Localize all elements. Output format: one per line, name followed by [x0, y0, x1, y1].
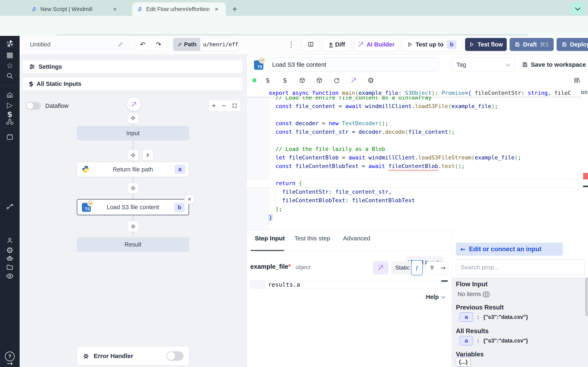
code-line[interactable]: const decoder = new TextDecoder();	[247, 119, 582, 128]
reload-icon[interactable]	[332, 76, 341, 84]
sidebar-item-folders[interactable]	[0, 263, 20, 271]
add-trigger-button[interactable]	[142, 150, 153, 161]
code-line[interactable]: let fileContentBlob = await windmillClie…	[247, 153, 582, 162]
undo-button[interactable]: ↶	[135, 38, 151, 51]
tab-close-icon[interactable]: ×	[113, 6, 117, 13]
more-options-icon[interactable]: ⋮	[287, 38, 296, 51]
tab-step-input[interactable]: Step Input	[255, 235, 285, 242]
save-to-workspace-button[interactable]: Save to workspace	[522, 59, 586, 70]
connect-input-group[interactable]: →	[426, 261, 448, 274]
javascript-expression-button[interactable]: ƒ	[411, 260, 423, 275]
variables-dollar-icon[interactable]: $	[281, 76, 289, 84]
step-name-field[interactable]	[268, 58, 439, 72]
tab-test-this-step[interactable]: Test this step	[294, 235, 330, 242]
sidebar-item-schedules[interactable]	[0, 133, 20, 141]
sidebar-item-settings[interactable]: ⚙	[0, 245, 20, 255]
collapse-sidebar-icon[interactable]: →	[0, 359, 20, 367]
all-results-badge[interactable]: a	[459, 336, 473, 345]
zoom-in-button[interactable]: +	[212, 102, 216, 109]
sidebar-item-users[interactable]	[0, 237, 20, 244]
remove-step-button[interactable]: ×	[184, 194, 195, 204]
add-step-button[interactable]	[128, 183, 139, 194]
flow-node-step-a[interactable]: Return file path a	[77, 162, 189, 177]
test-up-to-button[interactable]: Test up to b	[401, 38, 462, 51]
flow-node-input[interactable]: Input	[77, 126, 189, 140]
code-line[interactable]	[247, 110, 582, 119]
edit-or-connect-header[interactable]: ← Edit or connect an input	[456, 243, 563, 256]
flow-settings-button[interactable]: Settings	[22, 60, 243, 73]
tab-close-icon[interactable]: ×	[215, 6, 218, 13]
variables-badge[interactable]: {...}	[456, 357, 471, 367]
error-handler-card[interactable]: Error Handler	[77, 347, 189, 365]
sidebar-item-workers[interactable]	[0, 254, 20, 262]
add-step-button[interactable]	[128, 150, 139, 161]
deploy-button[interactable]: Deploy	[557, 38, 588, 51]
add-step-button[interactable]	[128, 113, 139, 124]
flow-name-field[interactable]	[25, 38, 129, 51]
sidebar-item-variables[interactable]: $	[0, 110, 20, 119]
package-icon[interactable]	[315, 76, 323, 84]
code-line[interactable]: fileContentStr: file_content_str,	[247, 188, 582, 196]
code-line[interactable]: };	[247, 205, 582, 213]
sidebar-item-audit[interactable]	[0, 272, 20, 280]
assets-dollar-icon[interactable]: $	[264, 76, 272, 84]
code-line[interactable]: fileContentBlobText: fileContentBlobText	[247, 196, 582, 205]
all-results-value[interactable]: {"s3":"data.csv"}	[483, 338, 528, 344]
sidebar-item-home[interactable]	[0, 91, 20, 99]
code-line[interactable]: return {	[247, 179, 582, 188]
expression-value[interactable]: results.a	[268, 281, 300, 288]
search-prop-field[interactable]	[456, 259, 585, 275]
browser-tab-new-script[interactable]: New Script | Windmill ×	[31, 2, 127, 16]
add-step-button[interactable]	[128, 221, 139, 232]
sidebar-item-resources[interactable]	[0, 118, 20, 126]
code-line[interactable]: }	[247, 213, 582, 222]
sticky-scroll-line[interactable]: export async function main(example_file:…	[247, 90, 582, 97]
help-toggle[interactable]: Help	[426, 294, 445, 300]
sidebar-item-workspace[interactable]: ▦	[0, 50, 20, 59]
overview-ruler[interactable]	[582, 90, 588, 230]
code-line[interactable]: const file_content_str = decoder.decode(…	[247, 128, 582, 136]
docs-button[interactable]	[302, 38, 320, 51]
windmill-logo[interactable]	[0, 39, 20, 49]
sidebar-item-flows[interactable]	[0, 203, 20, 210]
tab-search-button[interactable]	[571, 2, 584, 15]
ai-builder-button[interactable]: AI Builder	[355, 38, 398, 51]
graph-ai-wand-button[interactable]	[127, 98, 141, 111]
zoom-out-button[interactable]: −	[222, 102, 226, 109]
tag-select[interactable]: Tag	[451, 58, 515, 72]
editor-settings-gear-icon[interactable]: ⚙	[367, 76, 375, 84]
code-line[interactable]	[247, 136, 582, 145]
path-value[interactable]: u/henri/eff	[200, 38, 238, 51]
sidebar-item-favorites[interactable]: ☆	[0, 61, 20, 70]
flow-node-result[interactable]: Result	[77, 237, 189, 252]
field-ai-wand-button[interactable]	[373, 261, 388, 275]
code-line[interactable]: // Load the file lazily as a Blob	[247, 145, 582, 153]
previous-result-value[interactable]: {"s3":"data.csv"}	[483, 314, 528, 320]
previous-result-badge[interactable]: a	[459, 312, 473, 322]
code-line[interactable]	[247, 170, 582, 179]
fullscreen-icon[interactable]	[232, 103, 237, 108]
code-lines[interactable]: // Load the entire file_content as a Uin…	[247, 93, 582, 222]
ai-wand-icon[interactable]	[350, 76, 358, 84]
dataflow-toggle[interactable]	[26, 102, 41, 110]
sidebar-item-search[interactable]	[0, 72, 20, 80]
code-line[interactable]: const fileContentBlobText = await fileCo…	[247, 162, 582, 170]
step-name-input[interactable]	[268, 61, 428, 68]
flow-node-step-b-selected[interactable]: TS Load S3 file content b	[77, 199, 189, 215]
redo-button[interactable]: ↷	[151, 38, 167, 51]
scrollbar-thumb[interactable]	[585, 278, 588, 317]
draft-button[interactable]: Draft ⌘S	[510, 38, 554, 51]
sidebar-item-runs[interactable]: ▷	[0, 101, 20, 109]
tab-advanced[interactable]: Advanced	[343, 235, 370, 242]
flow-name-input[interactable]	[25, 41, 116, 48]
all-static-inputs-button[interactable]: $ All Static Inputs	[22, 77, 243, 91]
new-tab-button[interactable]: +	[229, 4, 240, 14]
error-handler-toggle[interactable]	[166, 351, 183, 361]
code-editor[interactable]: // Load the entire file_content as a Uin…	[247, 90, 588, 230]
diff-button[interactable]: ± Diff	[323, 38, 352, 51]
code-line[interactable]: const file_content = await windmillClien…	[247, 102, 582, 110]
library-icon[interactable]	[573, 76, 581, 84]
package-icon[interactable]	[298, 76, 306, 84]
path-editor[interactable]: Path u/henri/eff	[173, 38, 238, 51]
search-prop-input[interactable]	[456, 264, 575, 271]
